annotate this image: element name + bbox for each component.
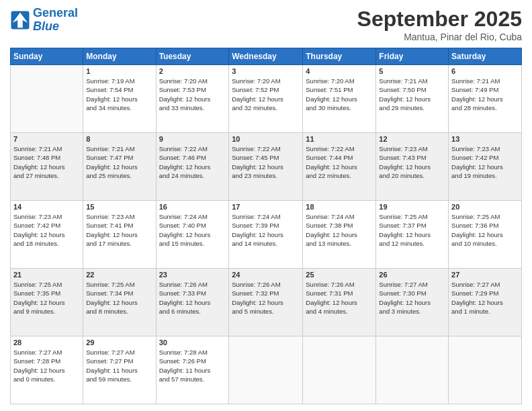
day-cell: 1Sunrise: 7:19 AMSunset: 7:54 PMDaylight…: [83, 65, 156, 133]
day-info: Sunrise: 7:25 AMSunset: 7:35 PMDaylight:…: [13, 280, 80, 316]
day-number: 14: [13, 203, 80, 211]
col-friday: Friday: [376, 48, 449, 65]
day-number: 1: [86, 67, 152, 75]
day-cell: 5Sunrise: 7:21 AMSunset: 7:50 PMDaylight…: [376, 65, 449, 133]
day-info: Sunrise: 7:26 AMSunset: 7:31 PMDaylight:…: [306, 280, 373, 316]
day-cell: 14Sunrise: 7:23 AMSunset: 7:42 PMDayligh…: [11, 201, 83, 269]
day-cell: 27Sunrise: 7:27 AMSunset: 7:29 PMDayligh…: [449, 269, 522, 336]
month-title: September 2025: [357, 7, 522, 32]
day-number: 23: [159, 271, 226, 279]
day-number: 7: [13, 135, 80, 143]
day-info: Sunrise: 7:23 AMSunset: 7:43 PMDaylight:…: [379, 144, 445, 180]
logo: General Blue: [10, 7, 78, 34]
day-cell: [449, 336, 522, 404]
day-info: Sunrise: 7:21 AMSunset: 7:48 PMDaylight:…: [13, 144, 80, 180]
day-cell: 2Sunrise: 7:20 AMSunset: 7:53 PMDaylight…: [156, 65, 229, 133]
week-row-5: 28Sunrise: 7:27 AMSunset: 7:28 PMDayligh…: [11, 336, 522, 404]
day-number: 21: [13, 271, 80, 279]
day-info: Sunrise: 7:23 AMSunset: 7:42 PMDaylight:…: [451, 144, 519, 180]
day-info: Sunrise: 7:26 AMSunset: 7:32 PMDaylight:…: [232, 280, 300, 316]
day-number: 18: [306, 203, 373, 211]
day-info: Sunrise: 7:25 AMSunset: 7:37 PMDaylight:…: [379, 212, 445, 248]
location: Mantua, Pinar del Rio, Cuba: [357, 32, 522, 42]
day-cell: 21Sunrise: 7:25 AMSunset: 7:35 PMDayligh…: [11, 269, 83, 336]
day-info: Sunrise: 7:24 AMSunset: 7:38 PMDaylight:…: [306, 212, 373, 248]
day-number: 9: [159, 135, 226, 143]
day-number: 30: [159, 338, 226, 347]
day-number: 12: [379, 135, 445, 143]
day-info: Sunrise: 7:27 AMSunset: 7:30 PMDaylight:…: [379, 280, 445, 316]
page: General Blue September 2025 Mantua, Pina…: [0, 0, 532, 411]
day-cell: [303, 336, 376, 404]
day-info: Sunrise: 7:21 AMSunset: 7:50 PMDaylight:…: [379, 77, 445, 112]
day-number: 8: [86, 135, 152, 143]
day-number: 22: [86, 271, 152, 279]
week-row-2: 7Sunrise: 7:21 AMSunset: 7:48 PMDaylight…: [11, 133, 522, 201]
col-sunday: Sunday: [11, 48, 83, 65]
day-info: Sunrise: 7:22 AMSunset: 7:46 PMDaylight:…: [159, 144, 226, 180]
day-number: 29: [86, 338, 152, 347]
day-cell: 8Sunrise: 7:21 AMSunset: 7:47 PMDaylight…: [83, 133, 156, 201]
day-info: Sunrise: 7:27 AMSunset: 7:27 PMDaylight:…: [86, 348, 152, 383]
col-tuesday: Tuesday: [156, 48, 229, 65]
day-info: Sunrise: 7:20 AMSunset: 7:51 PMDaylight:…: [306, 77, 373, 112]
day-cell: [376, 336, 449, 404]
day-cell: 16Sunrise: 7:24 AMSunset: 7:40 PMDayligh…: [156, 201, 229, 269]
day-number: 4: [306, 67, 373, 75]
day-number: 16: [159, 203, 226, 211]
day-number: 15: [86, 203, 152, 211]
day-number: 20: [451, 203, 519, 211]
day-cell: 9Sunrise: 7:22 AMSunset: 7:46 PMDaylight…: [156, 133, 229, 201]
day-cell: 17Sunrise: 7:24 AMSunset: 7:39 PMDayligh…: [229, 201, 303, 269]
day-number: 26: [379, 271, 445, 279]
day-number: 3: [232, 67, 300, 75]
week-row-1: 1Sunrise: 7:19 AMSunset: 7:54 PMDaylight…: [11, 65, 522, 133]
week-row-4: 21Sunrise: 7:25 AMSunset: 7:35 PMDayligh…: [11, 269, 522, 336]
logo-icon: [10, 10, 30, 30]
day-cell: [11, 65, 83, 133]
day-number: 25: [306, 271, 373, 279]
day-cell: 11Sunrise: 7:22 AMSunset: 7:44 PMDayligh…: [303, 133, 376, 201]
logo-text: General Blue: [33, 7, 78, 34]
day-info: Sunrise: 7:19 AMSunset: 7:54 PMDaylight:…: [86, 77, 152, 112]
col-thursday: Thursday: [303, 48, 376, 65]
logo-line1: General: [33, 6, 78, 19]
day-cell: 3Sunrise: 7:20 AMSunset: 7:52 PMDaylight…: [229, 65, 303, 133]
day-number: 19: [379, 203, 445, 211]
day-number: 10: [232, 135, 300, 143]
day-info: Sunrise: 7:22 AMSunset: 7:45 PMDaylight:…: [232, 144, 300, 180]
day-number: 24: [232, 271, 300, 279]
day-info: Sunrise: 7:24 AMSunset: 7:39 PMDaylight:…: [232, 212, 300, 248]
day-info: Sunrise: 7:24 AMSunset: 7:40 PMDaylight:…: [159, 212, 226, 248]
day-cell: 4Sunrise: 7:20 AMSunset: 7:51 PMDaylight…: [303, 65, 376, 133]
day-number: 2: [159, 67, 226, 75]
day-cell: 6Sunrise: 7:21 AMSunset: 7:49 PMDaylight…: [449, 65, 522, 133]
day-info: Sunrise: 7:26 AMSunset: 7:33 PMDaylight:…: [159, 280, 226, 316]
col-saturday: Saturday: [449, 48, 522, 65]
day-info: Sunrise: 7:22 AMSunset: 7:44 PMDaylight:…: [306, 144, 373, 180]
day-cell: 15Sunrise: 7:23 AMSunset: 7:41 PMDayligh…: [83, 201, 156, 269]
day-info: Sunrise: 7:23 AMSunset: 7:41 PMDaylight:…: [86, 212, 152, 248]
day-info: Sunrise: 7:27 AMSunset: 7:28 PMDaylight:…: [13, 348, 80, 383]
day-info: Sunrise: 7:25 AMSunset: 7:34 PMDaylight:…: [86, 280, 152, 316]
day-cell: 28Sunrise: 7:27 AMSunset: 7:28 PMDayligh…: [11, 336, 83, 404]
day-number: 11: [306, 135, 373, 143]
day-cell: 13Sunrise: 7:23 AMSunset: 7:42 PMDayligh…: [449, 133, 522, 201]
day-info: Sunrise: 7:20 AMSunset: 7:52 PMDaylight:…: [232, 77, 300, 112]
day-cell: 18Sunrise: 7:24 AMSunset: 7:38 PMDayligh…: [303, 201, 376, 269]
day-cell: 7Sunrise: 7:21 AMSunset: 7:48 PMDaylight…: [11, 133, 83, 201]
day-info: Sunrise: 7:23 AMSunset: 7:42 PMDaylight:…: [13, 212, 80, 248]
day-number: 13: [451, 135, 519, 143]
calendar-table: Sunday Monday Tuesday Wednesday Thursday…: [10, 48, 522, 404]
logo-line2: Blue: [33, 19, 59, 33]
day-info: Sunrise: 7:20 AMSunset: 7:53 PMDaylight:…: [159, 77, 226, 112]
day-cell: 30Sunrise: 7:28 AMSunset: 7:26 PMDayligh…: [156, 336, 229, 404]
day-cell: 22Sunrise: 7:25 AMSunset: 7:34 PMDayligh…: [83, 269, 156, 336]
day-cell: 29Sunrise: 7:27 AMSunset: 7:27 PMDayligh…: [83, 336, 156, 404]
week-row-3: 14Sunrise: 7:23 AMSunset: 7:42 PMDayligh…: [11, 201, 522, 269]
day-cell: 20Sunrise: 7:25 AMSunset: 7:36 PMDayligh…: [449, 201, 522, 269]
day-info: Sunrise: 7:21 AMSunset: 7:47 PMDaylight:…: [86, 144, 152, 180]
title-block: September 2025 Mantua, Pinar del Rio, Cu…: [357, 7, 522, 42]
day-number: 27: [451, 271, 519, 279]
day-cell: 24Sunrise: 7:26 AMSunset: 7:32 PMDayligh…: [229, 269, 303, 336]
